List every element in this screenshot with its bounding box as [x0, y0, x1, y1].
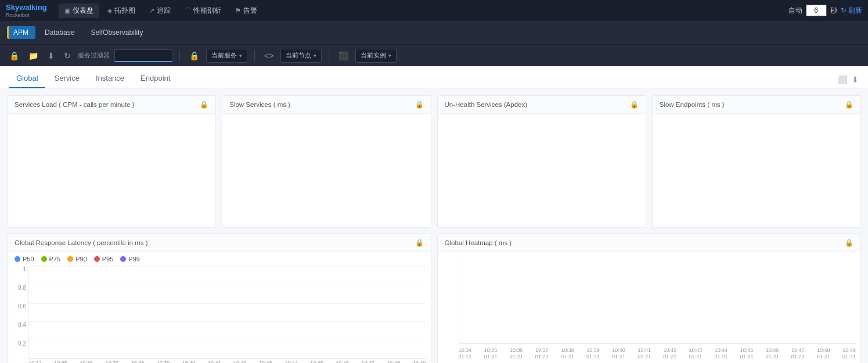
nav-trace[interactable]: ↗ 追踪 — [143, 3, 177, 18]
panel-lock-icon-1[interactable]: 🔒 — [415, 100, 424, 109]
heatmap-chart-container: 10:3401-2110:3501-2110:3601-2110:3701-21… — [438, 252, 861, 363]
service-filter-label: 服务过滤器 — [78, 51, 110, 60]
code-icon[interactable]: <> — [262, 50, 276, 62]
tab-service[interactable]: Service — [48, 69, 87, 88]
legend-p99: P99 — [120, 256, 140, 263]
panel-slow-services-title: Slow Services ( ms ) — [229, 101, 290, 108]
panel-slow-endpoints-header: Slow Endpoints ( ms ) 🔒 — [653, 96, 860, 114]
panel-lock-icon-latency[interactable]: 🔒 — [415, 239, 424, 247]
panel-lock-icon-heatmap[interactable]: 🔒 — [845, 239, 853, 247]
panel-unhealth-services-title: Un-Health Services (Apdex) — [445, 101, 528, 108]
service-filter-input[interactable] — [114, 49, 172, 62]
nav-topology[interactable]: ◈ 拓扑图 — [102, 3, 141, 18]
panel-lock-icon-2[interactable]: 🔒 — [630, 100, 639, 109]
current-instance-label: 当前实例 — [361, 51, 386, 60]
x-tick: 10:4101-21 — [208, 360, 221, 363]
current-service-dropdown[interactable]: 当前服务 ▾ — [206, 49, 247, 63]
panel-latency-header: Global Response Latency ( percentile in … — [8, 234, 431, 252]
y-label-1: 1 — [23, 266, 26, 272]
nav-dashboard-label: 仪表盘 — [73, 6, 93, 16]
x-tick: 10:3501-21 — [54, 360, 67, 363]
nav-alert[interactable]: ⚑ 告警 — [229, 3, 263, 18]
x-tick: 10:3701-21 — [105, 360, 118, 363]
performance-icon: ⌒ — [185, 6, 191, 15]
legend-p75: P75 — [41, 256, 61, 263]
nav-dashboard[interactable]: ▣ 仪表盘 — [59, 3, 99, 18]
chevron-down3-icon: ▾ — [388, 53, 391, 59]
tab-selfobs[interactable]: SelfObservability — [84, 26, 150, 39]
top-navbar: Skywalking Rocketbot ▣ 仪表盘 ◈ 拓扑图 ↗ 追踪 ⌒ … — [0, 0, 868, 21]
latency-chart-area: 1 0.8 0.6 0.4 0.2 — [12, 266, 426, 359]
folder-icon[interactable]: 📁 — [26, 50, 41, 62]
panel-services-load-body — [8, 114, 215, 227]
nav-left: Skywalking Rocketbot ▣ 仪表盘 ◈ 拓扑图 ↗ 追踪 ⌒ … — [6, 3, 263, 18]
x-tick: 10:3601-21 — [80, 360, 93, 363]
legend-p95: P95 — [94, 256, 114, 263]
x-tick-heatmap: 10:3801-21 — [561, 347, 574, 360]
tab-database[interactable]: Database — [38, 26, 81, 39]
x-tick: 10:4201-21 — [233, 360, 247, 363]
x-tick: 10:3401-21 — [28, 360, 42, 363]
top-panel-row: Services Load ( CPM - calls per minute )… — [7, 95, 861, 228]
tab-global[interactable]: Global — [9, 69, 45, 88]
panel-lock-icon-0[interactable]: 🔒 — [200, 100, 208, 109]
refresh-seconds-input[interactable]: 6 — [806, 5, 827, 16]
x-tick-heatmap: 10:3401-21 — [459, 347, 472, 360]
x-tick-heatmap: 10:4801-21 — [817, 347, 830, 360]
x-tick-heatmap: 10:3701-21 — [535, 347, 549, 360]
x-tick-heatmap: 10:4601-21 — [766, 347, 779, 360]
x-tick: 10:4801-21 — [387, 360, 400, 363]
current-instance-dropdown[interactable]: 当前实例 ▾ — [355, 49, 397, 63]
legend-label-p95: P95 — [102, 256, 114, 263]
lock-icon[interactable]: 🔒 — [7, 50, 21, 62]
main-content: Services Load ( CPM - calls per minute )… — [0, 88, 868, 363]
alert-icon: ⚑ — [235, 7, 241, 15]
nav-performance[interactable]: ⌒ 性能剖析 — [179, 3, 227, 18]
legend-label-p50: P50 — [23, 256, 34, 263]
tab-endpoint[interactable]: Endpoint — [134, 69, 177, 88]
dashboard-icon: ▣ — [64, 7, 70, 15]
grid-line-20 — [29, 285, 426, 285]
legend-p90: P90 — [67, 256, 87, 263]
current-endpoint-dropdown[interactable]: 当前节点 ▾ — [280, 49, 322, 63]
filter-separator2 — [254, 50, 255, 62]
lock2-icon[interactable]: 🔒 — [187, 50, 201, 62]
y-label-0.2: 0.2 — [18, 340, 26, 347]
x-tick-heatmap: 10:4101-21 — [638, 347, 651, 360]
y-label-0.4: 0.4 — [18, 322, 26, 328]
download2-icon[interactable]: ⬇ — [852, 75, 859, 84]
panel-global-heatmap: Global Heatmap ( ms ) 🔒 10:3401-2110:350… — [437, 233, 862, 363]
x-tick-heatmap: 10:4401-21 — [714, 347, 727, 360]
x-tick-heatmap: 10:4701-21 — [791, 347, 805, 360]
panel-unhealth-services-body — [438, 114, 646, 227]
nav-trace-label: 追踪 — [157, 6, 171, 16]
panel-slow-services-header: Slow Services ( ms ) 🔒 — [222, 96, 430, 114]
panel-slow-endpoints-title: Slow Endpoints ( ms ) — [660, 101, 725, 108]
copy-icon[interactable]: ⬜ — [837, 75, 847, 84]
panel-lock-icon-3[interactable]: 🔒 — [845, 100, 853, 109]
nav-alert-label: 告警 — [243, 6, 257, 16]
monitor-icon[interactable]: ⬛ — [336, 50, 351, 62]
grid-line-top — [29, 266, 426, 267]
x-tick: 10:4901-21 — [412, 360, 426, 363]
latency-plot — [28, 266, 426, 359]
panel-slow-services: Slow Services ( ms ) 🔒 — [222, 95, 431, 228]
refresh-button[interactable]: ↻ 刷新 — [841, 6, 862, 16]
refresh-icon[interactable]: ↻ — [62, 50, 73, 62]
logo-area: Skywalking Rocketbot — [6, 3, 47, 18]
download-icon[interactable]: ⬇ — [45, 50, 57, 62]
panel-latency-title: Global Response Latency ( percentile in … — [15, 239, 147, 246]
legend-label-p90: P90 — [75, 256, 87, 263]
x-tick-heatmap: 10:3901-21 — [586, 347, 600, 360]
panel-slow-services-body — [222, 114, 430, 227]
y-label-0.8: 0.8 — [18, 285, 26, 291]
x-tick-heatmap: 10:4301-21 — [689, 347, 702, 360]
trace-icon: ↗ — [149, 7, 154, 15]
tab-apm[interactable]: APM — [7, 26, 35, 39]
grid-line-80 — [29, 340, 426, 340]
tab-instance[interactable]: Instance — [89, 69, 131, 88]
current-service-label: 当前服务 — [211, 51, 237, 60]
panel-unhealth-services: Un-Health Services (Apdex) 🔒 — [437, 95, 646, 228]
legend-dot-p90 — [67, 256, 73, 262]
legend-label-p75: P75 — [49, 256, 61, 263]
